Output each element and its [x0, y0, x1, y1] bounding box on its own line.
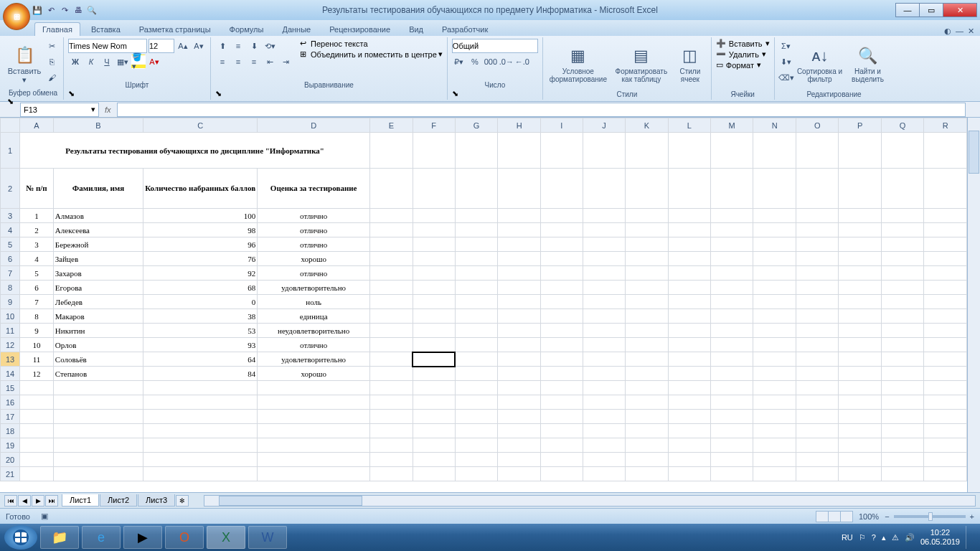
row-header-15[interactable]: 15: [1, 381, 20, 395]
decrease-decimal-button[interactable]: ←.0: [515, 55, 529, 69]
cell-M11[interactable]: [710, 324, 753, 338]
cell-B11[interactable]: Никитин: [53, 324, 143, 338]
cell-A8[interactable]: 6: [20, 281, 54, 295]
cell-Q3[interactable]: [881, 209, 924, 223]
cell-H9[interactable]: [498, 295, 540, 309]
qat-preview-icon[interactable]: 🔍: [86, 4, 98, 16]
cell-K10[interactable]: [626, 309, 668, 324]
cell-B21[interactable]: [53, 467, 143, 481]
formula-input[interactable]: [117, 103, 966, 117]
indent-decrease-button[interactable]: ⇤: [263, 55, 277, 69]
font-color-button[interactable]: A▾: [147, 55, 161, 69]
cell-O6[interactable]: [796, 252, 839, 266]
merge-center-button[interactable]: ⊞ Объединить и поместить в центре ▾: [300, 50, 443, 59]
cell-D7[interactable]: отлично: [258, 266, 370, 281]
cell-P19[interactable]: [839, 438, 881, 453]
cell-J8[interactable]: [583, 281, 625, 295]
cell-J10[interactable]: [583, 309, 625, 324]
cell-D19[interactable]: [258, 438, 370, 453]
cell-H17[interactable]: [498, 410, 540, 424]
cell-L15[interactable]: [668, 381, 710, 395]
spreadsheet-grid[interactable]: ABCDEFGHIJKLMNOPQR1Результаты тестирован…: [0, 118, 967, 481]
row-header-21[interactable]: 21: [1, 467, 20, 481]
cell-O11[interactable]: [796, 324, 839, 338]
cell-M17[interactable]: [710, 410, 753, 424]
cell-N1[interactable]: [753, 133, 796, 169]
cell-M16[interactable]: [710, 395, 753, 410]
find-select-button[interactable]: 🔍 Найти и выделить: [847, 39, 890, 89]
cell-K1[interactable]: [626, 133, 668, 169]
row-header-1[interactable]: 1: [1, 133, 20, 169]
taskbar-ie[interactable]: e: [82, 526, 121, 549]
cell-R14[interactable]: [924, 367, 967, 381]
cell-H15[interactable]: [498, 381, 540, 395]
cell-H4[interactable]: [498, 223, 540, 237]
cell-K3[interactable]: [626, 209, 668, 223]
cell-B13[interactable]: Соловьёв: [53, 352, 143, 367]
cell-J1[interactable]: [583, 133, 625, 169]
cell-R9[interactable]: [924, 295, 967, 309]
cell-Q11[interactable]: [881, 324, 924, 338]
cell-M1[interactable]: [710, 133, 753, 169]
cell-I20[interactable]: [540, 453, 583, 467]
cell-E8[interactable]: [370, 281, 413, 295]
cell-K18[interactable]: [626, 424, 668, 438]
cell-D16[interactable]: [258, 395, 370, 410]
cell-C21[interactable]: [143, 467, 258, 481]
cell-B19[interactable]: [53, 438, 143, 453]
row-header-7[interactable]: 7: [1, 266, 20, 281]
row-header-5[interactable]: 5: [1, 237, 20, 252]
ribbon-tab-5[interactable]: Рецензирование: [321, 22, 398, 36]
cell-H5[interactable]: [498, 237, 540, 252]
cell-F18[interactable]: [413, 424, 455, 438]
cell-L17[interactable]: [668, 410, 710, 424]
cell-Q8[interactable]: [881, 281, 924, 295]
row-header-6[interactable]: 6: [1, 252, 20, 266]
qat-print-icon[interactable]: 🖶: [72, 4, 84, 16]
ribbon-tab-6[interactable]: Вид: [401, 22, 431, 36]
cell-F11[interactable]: [413, 324, 455, 338]
format-cells-button[interactable]: ▭Формат▾: [716, 60, 770, 70]
cell-R2[interactable]: [924, 169, 967, 209]
cell-G17[interactable]: [455, 410, 498, 424]
cell-G3[interactable]: [455, 209, 498, 223]
cell-K4[interactable]: [626, 223, 668, 237]
cell-M10[interactable]: [710, 309, 753, 324]
row-header-9[interactable]: 9: [1, 295, 20, 309]
cell-P9[interactable]: [839, 295, 881, 309]
currency-button[interactable]: ₽▾: [452, 55, 466, 69]
cell-B8[interactable]: Егорова: [53, 281, 143, 295]
cell-O10[interactable]: [796, 309, 839, 324]
cell-C18[interactable]: [143, 424, 258, 438]
cell-A11[interactable]: 9: [20, 324, 54, 338]
tray-volume-icon[interactable]: 🔊: [905, 533, 915, 542]
cell-G9[interactable]: [455, 295, 498, 309]
cell-Q2[interactable]: [881, 169, 924, 209]
row-header-14[interactable]: 14: [1, 367, 20, 381]
cell-E16[interactable]: [370, 395, 413, 410]
cell-I3[interactable]: [540, 209, 583, 223]
cell-D18[interactable]: [258, 424, 370, 438]
cell-O5[interactable]: [796, 237, 839, 252]
format-as-table-button[interactable]: ▤ Форматировать как таблицу: [612, 39, 671, 89]
row-header-10[interactable]: 10: [1, 309, 20, 324]
row-header-2[interactable]: 2: [1, 169, 20, 209]
col-header-R[interactable]: R: [924, 118, 967, 133]
cell-I16[interactable]: [540, 395, 583, 410]
cell-M9[interactable]: [710, 295, 753, 309]
cell-N19[interactable]: [753, 438, 796, 453]
cell-D9[interactable]: ноль: [258, 295, 370, 309]
cell-K5[interactable]: [626, 237, 668, 252]
cell-K21[interactable]: [626, 467, 668, 481]
ribbon-tab-4[interactable]: Данные: [274, 22, 319, 36]
cut-button[interactable]: ✂: [44, 39, 59, 53]
cell-F19[interactable]: [413, 438, 455, 453]
col-header-Q[interactable]: Q: [881, 118, 924, 133]
tray-clock[interactable]: 10:22 06.05.2019: [920, 528, 960, 547]
cell-F8[interactable]: [413, 281, 455, 295]
select-all-corner[interactable]: [1, 118, 20, 133]
cell-D2[interactable]: Оценка за тестирование: [258, 169, 370, 209]
cell-F9[interactable]: [413, 295, 455, 309]
cell-F20[interactable]: [413, 453, 455, 467]
cell-O13[interactable]: [796, 352, 839, 367]
